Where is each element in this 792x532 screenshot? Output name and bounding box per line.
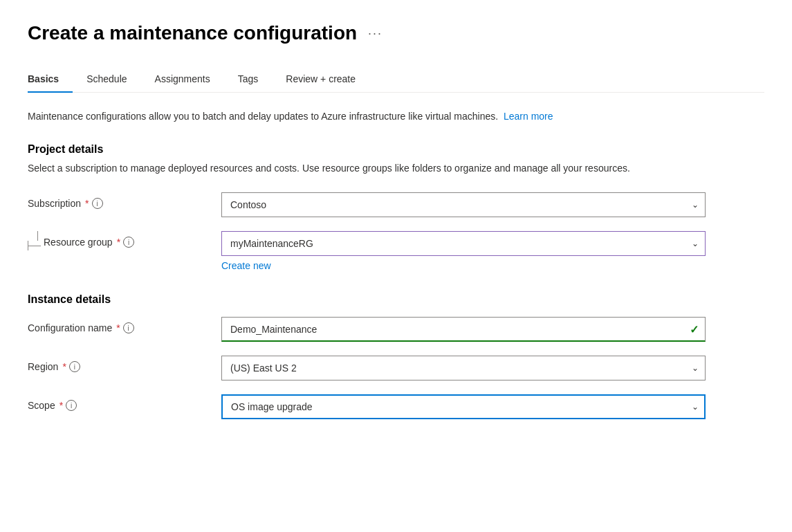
configuration-name-info-icon[interactable]: i (123, 322, 134, 333)
subscription-row: Subscription * i Contoso ⌄ (28, 192, 764, 217)
configuration-name-label: Configuration name (28, 322, 112, 333)
region-required: * (62, 361, 66, 372)
project-details-section: Project details Select a subscription to… (28, 143, 764, 271)
scope-control: OS image upgrade ⌄ (221, 394, 706, 419)
tab-bar: Basics Schedule Assignments Tags Review … (28, 66, 764, 93)
tab-description: Maintenance configurations allow you to … (28, 109, 764, 124)
subscription-dropdown-wrapper: Contoso ⌄ (221, 192, 706, 217)
subscription-dropdown[interactable]: Contoso (221, 192, 706, 217)
configuration-name-row: Configuration name * i Demo_Maintenance … (28, 317, 764, 342)
tab-review-create[interactable]: Review + create (272, 66, 369, 93)
region-label: Region (28, 361, 58, 372)
configuration-name-label-col: Configuration name * i (28, 317, 221, 333)
page-options-menu[interactable]: ··· (368, 26, 383, 41)
connector-vertical-line (37, 231, 38, 241)
region-label-col: Region * i (28, 356, 221, 372)
subscription-label: Subscription (28, 198, 81, 209)
resource-group-label: Resource group (44, 237, 113, 248)
resource-group-dropdown[interactable]: myMaintenanceRG (221, 231, 706, 256)
page-title: Create a maintenance configuration (28, 22, 357, 44)
tab-schedule[interactable]: Schedule (73, 66, 140, 93)
tab-assignments[interactable]: Assignments (141, 66, 224, 93)
resource-group-label-col: Resource group * i (28, 231, 221, 250)
connector-horiz (28, 246, 41, 246)
instance-details-title: Instance details (28, 293, 764, 306)
scope-required: * (59, 400, 63, 411)
resource-group-control: myMaintenanceRG ⌄ Create new (221, 231, 706, 271)
tab-basics[interactable]: Basics (28, 66, 73, 93)
subscription-control: Contoso ⌄ (221, 192, 706, 217)
region-row: Region * i (US) East US 2 ⌄ (28, 356, 764, 380)
project-details-description: Select a subscription to manage deployed… (28, 161, 764, 176)
connector-horizontal-part (28, 241, 41, 250)
scope-dropdown[interactable]: OS image upgrade (221, 394, 706, 419)
subscription-info-icon[interactable]: i (92, 198, 103, 209)
resource-group-required: * (117, 237, 120, 248)
resource-group-label-wrapper: Resource group * i (44, 231, 134, 248)
subscription-required: * (85, 198, 89, 209)
learn-more-link[interactable]: Learn more (504, 111, 553, 122)
connector (28, 231, 41, 250)
tab-tags[interactable]: Tags (224, 66, 273, 93)
create-new-link[interactable]: Create new (221, 260, 271, 271)
instance-details-section: Instance details Configuration name * i … (28, 293, 764, 419)
project-details-title: Project details (28, 143, 764, 156)
resource-group-dropdown-wrapper: myMaintenanceRG ⌄ (221, 231, 706, 256)
region-dropdown[interactable]: (US) East US 2 (221, 356, 706, 380)
page-header: Create a maintenance configuration ··· (28, 22, 764, 44)
resource-group-info-icon[interactable]: i (123, 237, 134, 248)
scope-dropdown-wrapper: OS image upgrade ⌄ (221, 394, 706, 419)
configuration-name-control: Demo_Maintenance ✓ (221, 317, 706, 342)
scope-info-icon[interactable]: i (66, 400, 77, 411)
configuration-name-input-wrapper: Demo_Maintenance ✓ (221, 317, 706, 342)
region-dropdown-wrapper: (US) East US 2 ⌄ (221, 356, 706, 380)
scope-row: Scope * i OS image upgrade ⌄ (28, 394, 764, 419)
subscription-label-col: Subscription * i (28, 192, 221, 209)
configuration-name-input[interactable]: Demo_Maintenance (221, 317, 706, 342)
configuration-name-required: * (116, 322, 120, 333)
scope-label-col: Scope * i (28, 394, 221, 411)
region-control: (US) East US 2 ⌄ (221, 356, 706, 380)
region-info-icon[interactable]: i (69, 361, 80, 372)
scope-label: Scope (28, 400, 55, 411)
resource-group-row: Resource group * i myMaintenanceRG ⌄ Cre… (28, 231, 764, 271)
